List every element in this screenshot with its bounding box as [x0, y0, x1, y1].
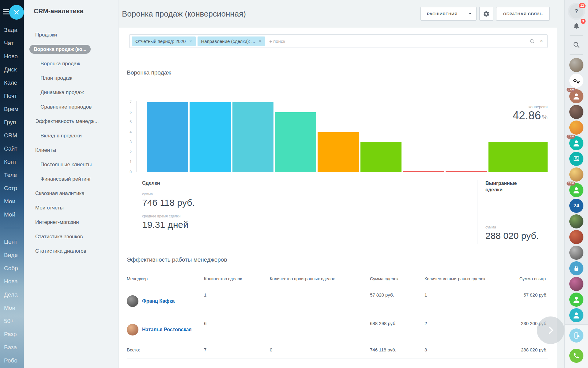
- funnel-bar[interactable]: [232, 102, 273, 172]
- global-menu-item[interactable]: Мои: [0, 301, 24, 314]
- global-menu-item[interactable]: Виде: [0, 248, 24, 262]
- funnel-bar[interactable]: [318, 132, 359, 172]
- global-menu-item[interactable]: База: [0, 341, 24, 354]
- funnel-bar[interactable]: [360, 142, 401, 172]
- global-menu-item[interactable]: Мой: [0, 208, 24, 221]
- user-avatar[interactable]: CRM: [569, 136, 583, 150]
- lock-button[interactable]: [569, 261, 583, 275]
- notifications-button[interactable]: 3: [569, 20, 583, 32]
- global-menu-item[interactable]: Врем: [0, 102, 24, 116]
- analytics-menu-item-selected[interactable]: Воронка продаж (ко...: [24, 42, 119, 56]
- scroll-right-button[interactable]: [537, 316, 564, 344]
- analytics-menu-item[interactable]: Сквозная аналитика: [24, 186, 119, 201]
- global-menu-item[interactable]: Робо: [0, 354, 24, 367]
- phone-button[interactable]: [569, 349, 583, 363]
- user-avatar[interactable]: [569, 293, 583, 307]
- user-avatar[interactable]: [569, 214, 583, 228]
- manager-link[interactable]: Наталья Ростовская: [142, 327, 192, 332]
- global-menu-item[interactable]: Дела: [0, 288, 24, 301]
- user-avatar[interactable]: [569, 308, 583, 322]
- global-menu-item[interactable]: CRM: [0, 129, 24, 142]
- extensions-dropdown[interactable]: [464, 12, 476, 16]
- close-menu-button[interactable]: [9, 5, 24, 20]
- y-tick-label: 2: [130, 150, 132, 154]
- user-avatar[interactable]: [569, 105, 583, 119]
- clear-filter-icon[interactable]: ×: [540, 38, 543, 44]
- analytics-menu-item[interactable]: Мои отчеты: [24, 201, 119, 215]
- table-cell: 57 820 руб.: [370, 286, 424, 314]
- user-avatar[interactable]: [569, 246, 583, 260]
- paws-button[interactable]: [569, 74, 583, 88]
- user-avatar[interactable]: [569, 230, 583, 244]
- funnel-bar[interactable]: [446, 171, 487, 172]
- filter-chip-period[interactable]: Отчетный период: 2020 ×: [132, 36, 196, 46]
- sidebar-divider: [4, 228, 20, 228]
- analytics-menu-item[interactable]: План продаж: [24, 71, 119, 85]
- global-menu-item[interactable]: Цент: [0, 235, 24, 248]
- global-menu-item[interactable]: Теле: [0, 168, 24, 182]
- user-avatar[interactable]: [569, 121, 583, 135]
- global-menu-item[interactable]: Нова: [0, 275, 24, 288]
- global-menu-item[interactable]: Разр: [0, 328, 24, 341]
- global-menu-item[interactable]: Сотр: [0, 182, 24, 195]
- remove-chip-icon[interactable]: ×: [259, 39, 261, 44]
- help-button[interactable]: ?12: [569, 4, 583, 18]
- global-menu-item[interactable]: Чат: [0, 36, 24, 50]
- analytics-menu-item[interactable]: Статистика диалогов: [24, 244, 119, 258]
- search-placeholder[interactable]: + поиск: [269, 39, 285, 44]
- user-avatar[interactable]: CRM: [569, 183, 583, 197]
- global-menu-item[interactable]: Мои: [0, 195, 24, 208]
- deals-avg-label: среднее время сделки: [142, 214, 477, 218]
- feedback-button[interactable]: ОБРАТНАЯ СВЯЗЬ: [496, 7, 550, 21]
- crm-badge: CRM: [567, 88, 575, 92]
- analytics-menu-item[interactable]: Интернет-магазин: [24, 215, 119, 229]
- funnel-bar[interactable]: [403, 171, 444, 172]
- search-icon[interactable]: [529, 38, 535, 44]
- global-menu-item[interactable]: Собр: [0, 262, 24, 275]
- counter-badge: 3: [581, 19, 586, 24]
- analytics-menu-item[interactable]: Вклад в продажи: [24, 128, 119, 143]
- analytics-menu-item[interactable]: Финансовый рейтинг: [24, 172, 119, 186]
- global-menu-item[interactable]: 50+: [0, 314, 24, 328]
- analytics-menu-item[interactable]: Статистика звонков: [24, 229, 119, 244]
- global-menu-item[interactable]: Ново: [0, 50, 24, 63]
- conversion-unit: %: [542, 113, 548, 121]
- analytics-menu-item[interactable]: Постоянные клиенты: [24, 157, 119, 172]
- analytics-menu-item[interactable]: Воронка продаж: [24, 56, 119, 71]
- global-menu-item[interactable]: Сайт: [0, 142, 24, 155]
- global-menu-item[interactable]: Груп: [0, 116, 24, 129]
- extensions-button[interactable]: РАСШИРЕНИЯ: [420, 7, 477, 21]
- total-cell: 288 020 руб.: [519, 342, 548, 358]
- analytics-menu-item[interactable]: Клиенты: [24, 143, 119, 157]
- manager-link[interactable]: Франц Кафка: [142, 298, 175, 304]
- analytics-menu-item[interactable]: Эффективность менедж...: [24, 114, 119, 128]
- bitrix24-avatar[interactable]: 24: [569, 199, 583, 213]
- settings-button[interactable]: [479, 7, 493, 21]
- global-menu-item[interactable]: Диск: [0, 63, 24, 76]
- user-avatar[interactable]: [569, 167, 583, 182]
- mobile-cloud-button[interactable]: [569, 328, 583, 343]
- filter-bar[interactable]: Отчетный период: 2020 × Направление (сде…: [129, 34, 548, 48]
- global-menu-item[interactable]: Кале: [0, 76, 24, 89]
- menu-icon[interactable]: [3, 9, 9, 16]
- funnel-bar[interactable]: [488, 142, 548, 172]
- funnel-bar[interactable]: [275, 112, 316, 172]
- global-menu-item[interactable]: Зада: [0, 23, 24, 36]
- user-avatar[interactable]: [569, 58, 583, 72]
- analytics-menu-item[interactable]: Продажи: [24, 28, 119, 42]
- analytics-menu-item[interactable]: Динамика продаж: [24, 85, 119, 100]
- total-cell: 3: [424, 342, 519, 358]
- global-menu-item[interactable]: Почт: [0, 89, 24, 102]
- funnel-plot: 01234567: [127, 101, 548, 172]
- global-menu-item[interactable]: Конт: [0, 155, 24, 168]
- funnel-bar[interactable]: [190, 102, 231, 172]
- monitor-search-button[interactable]: [569, 152, 583, 166]
- conversion-label: конверсия: [513, 105, 548, 109]
- filter-chip-direction[interactable]: Направление (сделки): ... ×: [198, 36, 265, 46]
- analytics-menu-item[interactable]: Сравнение периодов: [24, 100, 119, 114]
- user-avatar[interactable]: [569, 277, 583, 291]
- remove-chip-icon[interactable]: ×: [189, 39, 192, 44]
- user-avatar[interactable]: CRM: [569, 89, 583, 103]
- rail-search-button[interactable]: [569, 39, 583, 51]
- funnel-bar[interactable]: [147, 102, 188, 172]
